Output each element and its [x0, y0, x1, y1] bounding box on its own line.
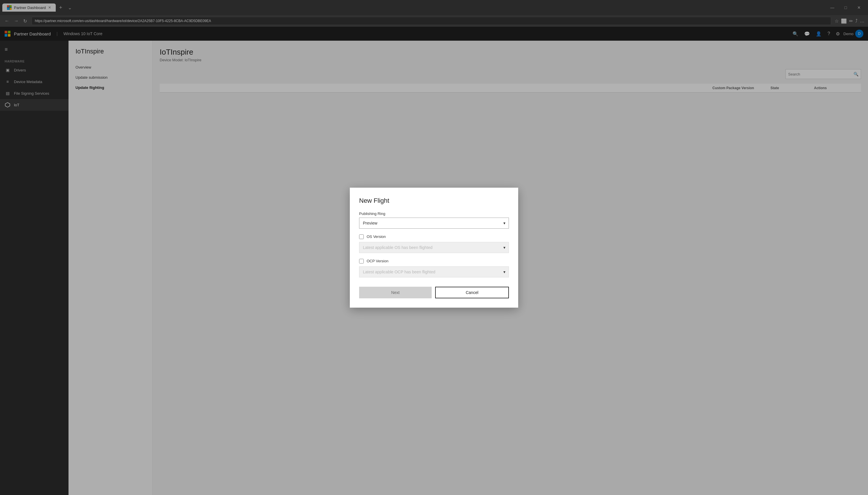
ocp-version-group: OCP Version Latest applicable OCP has be…	[359, 259, 509, 277]
ocp-version-label: OCP Version	[367, 259, 388, 263]
os-version-group: OS Version Latest applicable OS has been…	[359, 235, 509, 253]
os-version-checkbox-row: OS Version	[359, 235, 509, 239]
ocp-version-select[interactable]: Latest applicable OCP has been flighted	[359, 267, 509, 277]
os-version-select[interactable]: Latest applicable OS has been flighted	[359, 242, 509, 253]
modal-actions: Next Cancel	[359, 287, 509, 298]
ocp-version-checkbox-row: OCP Version	[359, 259, 509, 263]
new-flight-modal: New Flight Publishing Ring Preview Gener…	[350, 188, 518, 308]
os-version-select-wrapper: Latest applicable OS has been flighted	[359, 242, 509, 253]
ocp-version-checkbox[interactable]	[359, 259, 364, 263]
modal-title: New Flight	[359, 197, 509, 205]
publishing-ring-select[interactable]: Preview General	[359, 218, 509, 228]
os-version-checkbox[interactable]	[359, 235, 364, 239]
publishing-ring-group: Publishing Ring Preview General	[359, 211, 509, 228]
publishing-ring-label: Publishing Ring	[359, 211, 509, 216]
cancel-button[interactable]: Cancel	[435, 287, 509, 298]
os-version-label: OS Version	[367, 235, 386, 239]
next-button[interactable]: Next	[359, 287, 432, 298]
ocp-version-select-wrapper: Latest applicable OCP has been flighted	[359, 267, 509, 277]
publishing-ring-select-wrapper: Preview General	[359, 218, 509, 228]
modal-overlay: New Flight Publishing Ring Preview Gener…	[0, 0, 868, 495]
